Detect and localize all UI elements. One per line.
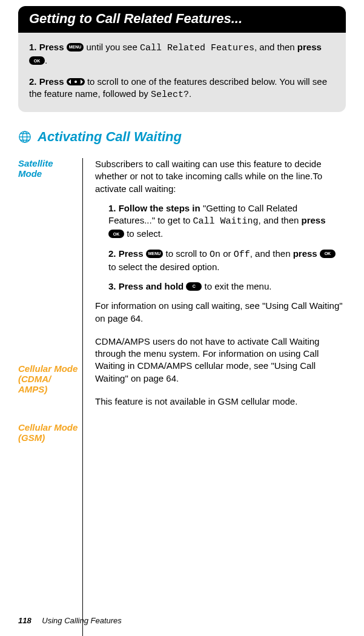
ok-button-icon: OK — [29, 56, 45, 65]
step-text-bold: Press and hold — [119, 281, 187, 291]
step-text: until you see — [84, 42, 140, 52]
step-text-bold: Follow the steps in — [119, 203, 203, 213]
step-text-bold: press — [293, 248, 320, 259]
ok-button-icon: OK — [108, 230, 124, 238]
section-title: Activating Call Waiting — [38, 129, 182, 145]
grey-steps-box: 1. Press MENU until you see Call Related… — [18, 33, 346, 112]
lcd-text: Call Waiting — [193, 216, 259, 227]
step-text-bold: press — [302, 215, 326, 225]
step-text: . — [189, 88, 191, 99]
ok-button-icon: OK — [320, 250, 336, 258]
step-text: to scroll to — [163, 248, 210, 259]
mode-label-gsm: Cellular Mode (GSM) — [18, 422, 79, 443]
header-box: Getting to Call Related Features... — [18, 6, 346, 33]
lcd-text: Off — [234, 250, 250, 260]
scroll-button-icon — [67, 78, 85, 85]
step-text: , and then — [259, 215, 302, 225]
satellite-outro: For information on using call waiting, s… — [95, 300, 343, 325]
menu-button-icon: MENU — [146, 250, 164, 258]
section-heading-row: Activating Call Waiting — [18, 129, 346, 145]
mode-label-cdma: Cellular Mode (CDMA/ AMPS) — [18, 363, 79, 394]
c-button-icon: C — [186, 282, 202, 291]
step-text-bold: Press — [39, 76, 67, 87]
header-title: Getting to Call Related Features... — [29, 11, 242, 26]
page-number: 118 — [18, 616, 31, 625]
step-number: 1. — [29, 42, 37, 52]
step-text-bold: press — [297, 42, 322, 52]
step-text: , and then — [254, 42, 297, 52]
step-text: or — [220, 248, 234, 259]
mode-content-column: Subscribers to call waiting can use this… — [95, 158, 346, 636]
chapter-title: Using Calling Features — [42, 616, 122, 625]
globe-icon — [18, 130, 31, 144]
gsm-block: This feature is not available in GSM cel… — [95, 396, 343, 408]
menu-button-icon: MENU — [67, 43, 84, 51]
lcd-text: On — [210, 250, 220, 260]
mode-labels-column: Satellite Mode Cellular Mode (CDMA/ AMPS… — [18, 158, 83, 636]
cdma-block: CDMA/AMPS users do not have to activate … — [95, 336, 343, 385]
satellite-block: Subscribers to call waiting can use this… — [95, 158, 343, 325]
step-text-bold: Press — [39, 42, 67, 52]
step-number: 1. — [108, 203, 116, 213]
lcd-text: Call Related Features — [140, 43, 254, 53]
step-text: , and then — [250, 248, 293, 259]
step-text-bold: Press — [119, 248, 146, 259]
step-text: to exit the menu. — [202, 281, 271, 291]
nested-step-2: 2. Press MENU to scroll to On or Off, an… — [108, 248, 343, 274]
grey-step-2: 2. Press to scroll to one of the feature… — [29, 76, 335, 102]
step-text: to select. — [124, 228, 163, 239]
mode-label-satellite: Satellite Mode — [18, 158, 79, 179]
nested-step-1: 1. Follow the steps in "Getting to Call … — [108, 202, 343, 240]
nested-step-3: 3. Press and hold C to exit the menu. — [108, 280, 343, 293]
satellite-intro: Subscribers to call waiting can use this… — [95, 158, 343, 195]
step-text: to select the desired option. — [108, 262, 219, 272]
step-number: 2. — [29, 76, 37, 87]
grey-step-1: 1. Press MENU until you see Call Related… — [29, 41, 335, 67]
step-number: 3. — [108, 281, 116, 291]
lcd-text: Select? — [151, 90, 189, 100]
modes-table: Satellite Mode Cellular Mode (CDMA/ AMPS… — [18, 158, 346, 636]
page-footer: 118 Using Calling Features — [18, 616, 122, 625]
step-text: . — [45, 55, 47, 65]
step-number: 2. — [108, 248, 116, 259]
